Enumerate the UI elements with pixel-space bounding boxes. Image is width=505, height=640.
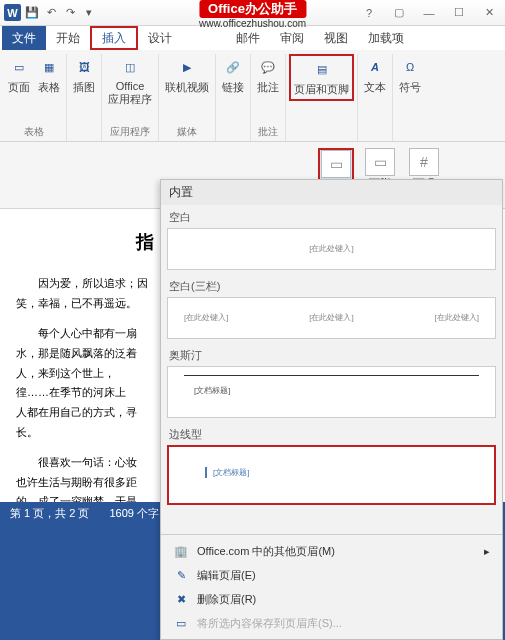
group-apps: 应用程序 — [110, 124, 150, 141]
header-icon: ▭ — [321, 150, 351, 178]
ribbon-tabs: 文件 开始 插入 设计 引用 邮件 审阅 视图 加载项 — [0, 26, 505, 50]
redo-icon[interactable]: ↷ — [62, 5, 78, 21]
link-icon: 🔗 — [222, 56, 244, 78]
comment-icon: 💬 — [257, 56, 279, 78]
illustrations-button[interactable]: 🖼插图 — [70, 54, 98, 97]
edit-icon: ✎ — [173, 567, 189, 583]
header-gallery-dropdown: 内置 空白 [在此处键入] 空白(三栏) [在此处键入] [在此处键入] [在此… — [160, 179, 503, 640]
symbol-icon: Ω — [399, 56, 421, 78]
comments-button[interactable]: 💬批注 — [254, 54, 282, 97]
tab-addin[interactable]: 加载项 — [358, 26, 414, 50]
pagenum-icon: # — [409, 148, 439, 176]
ribbon: ▭页面 ▦表格 表格 🖼插图 ◫Office 应用程序 应用程序 ▶联机视频 媒… — [0, 50, 505, 142]
preset-blank-label: 空白 — [167, 207, 496, 228]
preset-blank[interactable]: [在此处键入] — [167, 228, 496, 270]
table-icon: ▦ — [38, 56, 60, 78]
footer-icon: ▭ — [365, 148, 395, 176]
group-tables: 表格 — [24, 124, 44, 141]
video-icon: ▶ — [176, 56, 198, 78]
undo-icon[interactable]: ↶ — [43, 5, 59, 21]
group-comments: 批注 — [258, 124, 278, 141]
help-icon[interactable]: ? — [357, 4, 381, 22]
document-body[interactable]: 指 因为爱，所以追求；因笑，幸福，已不再遥远。 每个人心中都有一扇水，那是随风飘… — [0, 212, 160, 542]
header-footer-button[interactable]: ▤页眉和页脚 — [289, 54, 354, 101]
text-icon: A — [364, 56, 386, 78]
links-button[interactable]: 🔗链接 — [219, 54, 247, 97]
picture-icon: 🖼 — [73, 56, 95, 78]
page-count[interactable]: 第 1 页，共 2 页 — [10, 506, 89, 636]
preset-blank3[interactable]: [在此处键入] [在此处键入] [在此处键入] — [167, 297, 496, 339]
text-button[interactable]: A文本 — [361, 54, 389, 97]
minimize-icon[interactable]: — — [417, 4, 441, 22]
apps-icon: ◫ — [119, 56, 141, 78]
remove-header-item[interactable]: ✖删除页眉(R) — [167, 587, 496, 611]
preset-border-label: 边线型 — [167, 424, 496, 445]
preset-blank3-label: 空白(三栏) — [167, 276, 496, 297]
preset-border[interactable]: [文档标题] — [167, 445, 496, 505]
preset-austin[interactable]: [文档标题] — [167, 366, 496, 418]
word-icon: W — [4, 4, 21, 21]
tab-view[interactable]: 视图 — [314, 26, 358, 50]
tab-review[interactable]: 审阅 — [270, 26, 314, 50]
tab-mail[interactable]: 邮件 — [226, 26, 270, 50]
tab-insert[interactable]: 插入 — [90, 26, 138, 50]
tab-file[interactable]: 文件 — [2, 26, 46, 50]
tab-design[interactable]: 设计 — [138, 26, 182, 50]
remove-icon: ✖ — [173, 591, 189, 607]
save-gallery-icon: ▭ — [173, 615, 189, 631]
save-icon[interactable]: 💾 — [24, 5, 40, 21]
save-to-gallery-item: ▭将所选内容保存到页眉库(S)... — [167, 611, 496, 635]
close-icon[interactable]: ✕ — [477, 4, 501, 22]
online-video-button[interactable]: ▶联机视频 — [162, 54, 212, 97]
page-icon: ▭ — [8, 56, 30, 78]
symbols-button[interactable]: Ω符号 — [396, 54, 424, 97]
group-media: 媒体 — [177, 124, 197, 141]
more-headers-item[interactable]: 🏢Office.com 中的其他页眉(M)▸ — [167, 539, 496, 563]
ribbon-display-icon[interactable]: ▢ — [387, 4, 411, 22]
tables-button[interactable]: ▦表格 — [35, 54, 63, 97]
office-icon: 🏢 — [173, 543, 189, 559]
gallery-builtin-label: 内置 — [161, 180, 502, 205]
watermark: Office办公助手 www.officezhushou.com — [199, 0, 306, 29]
edit-header-item[interactable]: ✎编辑页眉(E) — [167, 563, 496, 587]
header-footer-icon: ▤ — [311, 58, 333, 80]
word-count[interactable]: 1609 个字 — [109, 506, 159, 636]
tab-home[interactable]: 开始 — [46, 26, 90, 50]
doc-title: 指 — [16, 226, 154, 258]
pages-button[interactable]: ▭页面 — [5, 54, 33, 97]
preset-austin-label: 奥斯汀 — [167, 345, 496, 366]
qat-customize-icon[interactable]: ▾ — [81, 5, 97, 21]
maximize-icon[interactable]: ☐ — [447, 4, 471, 22]
apps-button[interactable]: ◫Office 应用程序 — [105, 54, 155, 109]
